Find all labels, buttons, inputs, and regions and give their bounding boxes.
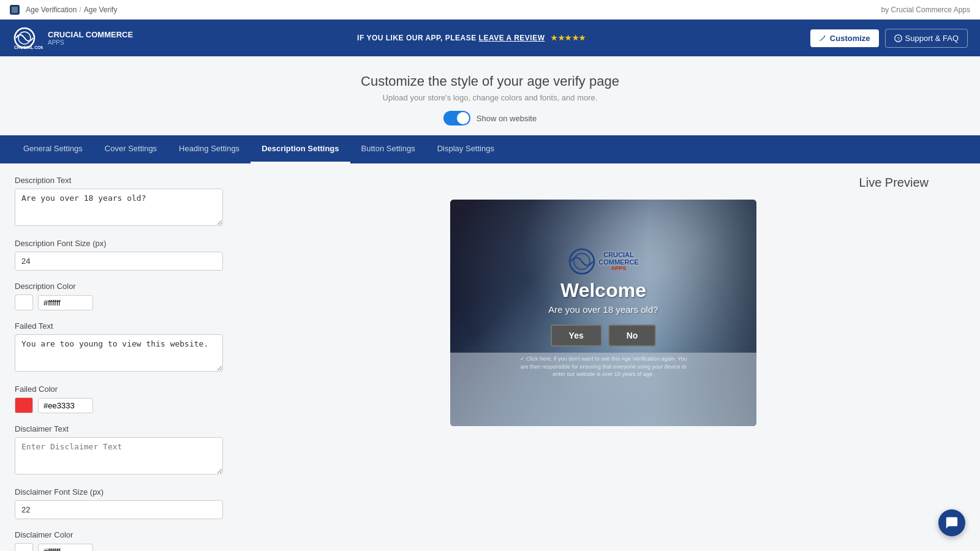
breadcrumb: Age Verification / Age Verify (10, 5, 117, 15)
breadcrumb-separator: / (79, 6, 81, 14)
description-fontsize-input[interactable] (15, 252, 223, 271)
logo-line1: CRUCIAL COMMERCE (48, 30, 133, 40)
hero-title: Customize the style of your age verify p… (12, 73, 968, 89)
toggle-label: Show on website (477, 114, 537, 123)
tab-nav: General Settings Cover Settings Heading … (0, 135, 980, 163)
tab-general[interactable]: General Settings (12, 135, 94, 163)
logo-area: CRUCIAL COMMERCE APPS CRUCIAL COMMERCE A… (12, 26, 133, 50)
header-nav: CRUCIAL COMMERCE APPS CRUCIAL COMMERCE A… (0, 20, 980, 56)
logo-text-block: CRUCIAL COMMERCE APPS (48, 30, 133, 47)
disclaimer-color-group: Disclaimer Color (15, 530, 223, 551)
logo-line2: APPS (48, 39, 133, 46)
live-preview-title: Live Preview (241, 176, 965, 190)
preview-heading: Welcome (511, 279, 695, 302)
hero-subtitle: Upload your store's logo, change colors … (12, 93, 968, 102)
top-bar: Age Verification / Age Verify by Crucial… (0, 0, 980, 20)
failed-color-label: Failed Color (15, 384, 223, 394)
left-panel: Description Text Description Font Size (… (15, 176, 223, 551)
customize-button[interactable]: Customize (810, 29, 879, 47)
header-right: Customize ? Support & FAQ (810, 29, 968, 48)
header-center-text: IF YOU LIKE OUR APP, PLEASE LEAVE A REVI… (133, 34, 810, 42)
disclaimer-color-swatch[interactable] (15, 543, 33, 551)
failed-color-input[interactable] (38, 398, 93, 413)
tab-description[interactable]: Description Settings (251, 135, 350, 163)
preview-buttons: Yes No (511, 324, 695, 347)
disclaimer-text-label: Disclaimer Text (15, 424, 223, 433)
description-color-input[interactable] (38, 295, 93, 310)
support-label: Support & FAQ (905, 34, 959, 43)
svg-text:?: ? (897, 36, 900, 41)
tab-display[interactable]: Display Settings (426, 135, 505, 163)
svg-text:CRUCIAL COMMERCE: CRUCIAL COMMERCE (14, 45, 43, 50)
failed-color-group: Failed Color (15, 384, 223, 413)
disclaimer-color-input[interactable] (38, 544, 93, 552)
review-prompt: IF YOU LIKE OUR APP, PLEASE (357, 34, 477, 42)
tab-cover[interactable]: Cover Settings (94, 135, 168, 163)
disclaimer-fontsize-label: Disclaimer Font Size (px) (15, 487, 223, 497)
svg-rect-0 (12, 7, 18, 13)
disclaimer-fontsize-input[interactable] (15, 500, 223, 519)
breadcrumb-item-1: Age Verification (26, 6, 77, 14)
description-color-swatch[interactable] (15, 294, 33, 310)
failed-text-input[interactable] (15, 334, 223, 372)
app-icon (10, 5, 20, 15)
preview-container: CRUCIAL COMMERCE APPS Welcome Are you ov… (450, 200, 756, 426)
chat-bubble[interactable] (938, 509, 965, 536)
description-fontsize-group: Description Font Size (px) (15, 239, 223, 271)
description-text-group: Description Text (15, 176, 223, 228)
main-content: Description Text Description Font Size (… (0, 163, 980, 551)
preview-logo: CRUCIAL COMMERCE APPS (511, 247, 695, 276)
support-button[interactable]: ? Support & FAQ (885, 29, 968, 48)
tab-heading[interactable]: Heading Settings (168, 135, 251, 163)
description-color-row (15, 294, 223, 310)
disclaimer-fontsize-group: Disclaimer Font Size (px) (15, 487, 223, 519)
breadcrumb-item-2: Age Verify (84, 6, 118, 14)
failed-text-group: Failed Text (15, 321, 223, 373)
customize-label: Customize (830, 34, 870, 43)
disclaimer-color-label: Disclaimer Color (15, 530, 223, 539)
description-color-label: Description Color (15, 282, 223, 291)
tab-button[interactable]: Button Settings (350, 135, 426, 163)
description-text-label: Description Text (15, 176, 223, 185)
disclaimer-color-row (15, 543, 223, 551)
failed-text-label: Failed Text (15, 321, 223, 331)
preview-card: CRUCIAL COMMERCE APPS Welcome Are you ov… (511, 247, 695, 378)
description-text-input[interactable] (15, 189, 223, 226)
right-panel: Live Preview (241, 176, 965, 551)
review-link[interactable]: LEAVE A REVIEW (479, 34, 545, 42)
preview-disclaimer: ✓ Click here, if you don't want to see t… (511, 355, 695, 378)
toggle-row: Show on website (12, 111, 968, 126)
star-rating: ★★★★★ (551, 34, 586, 42)
hero-section: Customize the style of your age verify p… (0, 56, 980, 135)
preview-no-button[interactable]: No (608, 324, 657, 347)
description-fontsize-label: Description Font Size (px) (15, 239, 223, 248)
disclaimer-text-input[interactable] (15, 437, 223, 474)
by-label: by Crucial Commerce Apps (881, 6, 970, 14)
failed-color-swatch[interactable] (15, 397, 33, 413)
description-color-group: Description Color (15, 282, 223, 310)
preview-yes-button[interactable]: Yes (551, 324, 602, 347)
logo-icon: CRUCIAL COMMERCE APPS (12, 26, 43, 50)
failed-color-row (15, 397, 223, 413)
show-on-website-toggle[interactable] (443, 111, 470, 126)
disclaimer-text-group: Disclaimer Text (15, 424, 223, 476)
preview-description: Are you over 18 years old? (511, 304, 695, 315)
